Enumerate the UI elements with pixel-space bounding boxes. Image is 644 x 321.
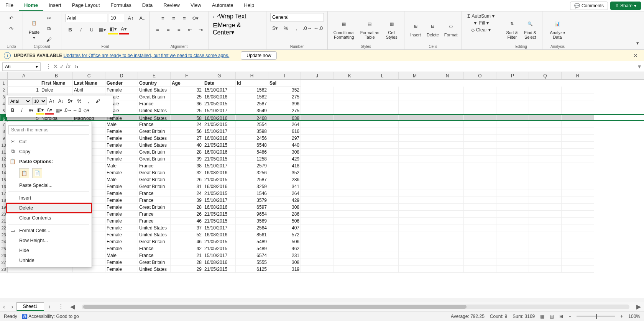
cell[interactable] [464,149,496,156]
cell[interactable] [399,156,431,162]
add-sheet-button[interactable]: + [44,304,55,310]
cell[interactable]: Great Britain [138,128,171,135]
number-format-select[interactable] [270,13,324,21]
cell[interactable] [301,107,334,114]
column-header-N[interactable]: N [431,72,464,79]
cell[interactable]: 352 [268,87,301,93]
cell[interactable]: 16/08/2016 [203,231,236,238]
cell[interactable] [301,197,334,204]
cell[interactable] [431,162,464,169]
sheet-list-button[interactable]: ⋮ [55,303,67,310]
cell[interactable]: 16/08/2016 [203,115,236,120]
mini-clear[interactable]: ◇▾ [82,106,90,115]
cell[interactable]: Female [105,218,138,224]
cell[interactable]: 25 [171,107,203,114]
cell[interactable] [334,218,366,224]
cell[interactable]: Female [105,231,138,238]
mini-bold[interactable]: B [8,106,17,115]
cell[interactable] [464,156,496,162]
cell[interactable]: Male [105,121,138,128]
cell[interactable] [399,224,431,231]
scroll-left-button[interactable]: ◀ [67,303,78,310]
cell[interactable] [431,135,464,142]
cell[interactable] [366,218,399,224]
cell[interactable] [562,252,594,259]
cell[interactable] [366,135,399,142]
cell[interactable] [399,231,431,238]
cell[interactable] [464,238,496,245]
cell[interactable] [366,121,399,128]
cell[interactable]: 58 [171,115,203,120]
cell[interactable] [301,190,334,197]
cell[interactable]: 440 [268,142,301,149]
cell[interactable]: 21/05/2015 [203,176,236,183]
cell[interactable] [464,87,496,93]
increase-font-button[interactable]: A↑ [126,13,136,23]
cell[interactable]: Great Britain [138,176,171,183]
cell[interactable] [496,183,529,190]
cell[interactable]: 52 [171,231,203,238]
cell[interactable]: 21/05/2015 [203,100,236,107]
cell[interactable]: United States [138,142,171,149]
decrease-decimal-button[interactable]: ←.0 [313,23,323,33]
cell[interactable] [334,156,366,162]
cell[interactable] [399,100,431,107]
cell[interactable]: 264 [268,121,301,128]
mini-increase-font[interactable]: A↑ [48,97,56,105]
paste-option-all[interactable]: 📋 [19,168,29,178]
zoom-out-button[interactable]: − [568,314,571,319]
cut-button[interactable]: ✂ [44,13,54,23]
column-header-H[interactable]: H [236,72,268,79]
cell[interactable]: Female [105,211,138,218]
cell[interactable]: United States [138,115,171,120]
cell[interactable] [366,211,399,218]
cell[interactable]: 319 [268,266,301,273]
cell[interactable] [366,204,399,211]
cell[interactable] [562,266,594,273]
cell[interactable]: United States [138,224,171,231]
cell[interactable]: Female [105,142,138,149]
mini-italic[interactable]: I [18,106,26,115]
cell[interactable]: 16/08/2016 [203,204,236,211]
cell[interactable]: Female [105,169,138,176]
context-hide[interactable]: Hide [6,246,92,255]
cell[interactable] [562,149,594,156]
cell[interactable] [529,190,562,197]
cell[interactable] [464,135,496,142]
context-paste-special[interactable]: Paste Special... [6,180,92,190]
cell[interactable] [529,93,562,100]
cell[interactable] [399,87,431,93]
cell[interactable] [334,190,366,197]
cell[interactable] [301,224,334,231]
cell[interactable] [496,266,529,273]
cell[interactable] [366,183,399,190]
cell[interactable]: 27 [171,135,203,142]
cell[interactable]: 32 [171,169,203,176]
column-header-E[interactable]: E [138,72,171,79]
cell[interactable] [529,100,562,107]
cell[interactable] [562,169,594,176]
formula-input[interactable] [73,63,635,70]
cell[interactable] [431,128,464,135]
cell[interactable]: 21/05/2015 [203,211,236,218]
cell[interactable] [562,211,594,218]
header-cell[interactable]: Last Name [73,80,105,87]
cell[interactable]: Female [105,183,138,190]
zoom-slider[interactable] [577,316,615,317]
cell[interactable] [399,190,431,197]
cell[interactable]: 2456 [236,135,268,142]
cell[interactable]: France [138,162,171,169]
cell[interactable]: Male [105,252,138,259]
cell[interactable] [562,259,594,266]
cell[interactable] [334,183,366,190]
cell[interactable] [496,142,529,149]
cell[interactable] [366,128,399,135]
menu-insert[interactable]: Insert [43,0,67,11]
cell[interactable]: 308 [268,149,301,156]
cell[interactable]: 29 [171,266,203,273]
context-format-cells[interactable]: ▭Format Cells... [6,226,92,236]
cell[interactable] [529,156,562,162]
cell[interactable]: 38 [171,162,203,169]
cell[interactable]: 275 [268,93,301,100]
cell[interactable] [366,176,399,183]
